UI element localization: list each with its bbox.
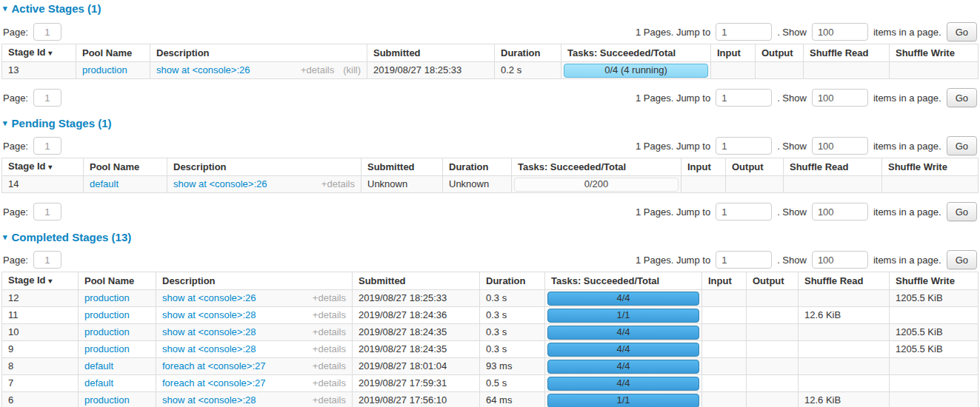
col-submitted[interactable]: Submitted <box>353 272 480 290</box>
col-pool-name[interactable]: Pool Name <box>79 272 156 290</box>
col-submitted[interactable]: Submitted <box>361 158 443 176</box>
col-stage-id[interactable]: Stage Id ▾ <box>2 44 76 62</box>
description-link[interactable]: show at <console>:28 <box>162 343 256 355</box>
description-link[interactable]: show at <console>:26 <box>173 178 267 190</box>
kill-link[interactable]: (kill) <box>343 64 361 76</box>
col-shuffle-read[interactable]: Shuffle Read <box>799 272 890 290</box>
go-button[interactable]: Go <box>947 250 977 269</box>
shuffle-write-cell <box>882 176 979 193</box>
pool-name-link[interactable]: production <box>84 394 130 406</box>
col-input[interactable]: Input <box>702 272 747 290</box>
duration-cell: 0.2 s <box>495 62 561 79</box>
details-toggle[interactable]: +details <box>321 178 355 190</box>
shuffle-write-cell: 1205.5 KiB <box>890 324 979 341</box>
shuffle-read-cell <box>804 62 890 79</box>
col-input[interactable]: Input <box>681 158 726 176</box>
items-per-page-input[interactable] <box>812 23 868 41</box>
input-cell <box>681 176 726 193</box>
col-shuffle-read[interactable]: Shuffle Read <box>784 158 882 176</box>
jump-to-page-input[interactable] <box>716 89 772 107</box>
section-header-completed-stages[interactable]: ▾ Completed Stages (13) <box>3 231 979 243</box>
go-button[interactable]: Go <box>947 22 977 41</box>
description-link[interactable]: show at <console>:28 <box>162 309 256 321</box>
items-per-page-input[interactable] <box>812 203 868 221</box>
col-description[interactable]: Description <box>156 272 353 290</box>
pool-name-link[interactable]: production <box>84 326 130 337</box>
col-pool-name[interactable]: Pool Name <box>76 44 150 62</box>
go-button[interactable]: Go <box>947 88 977 107</box>
description-link[interactable]: show at <console>:26 <box>156 64 250 76</box>
col-shuffle-write[interactable]: Shuffle Write <box>882 158 979 176</box>
stage-id-cell: 14 <box>2 176 84 193</box>
pool-name-link[interactable]: production <box>84 292 130 303</box>
details-toggle[interactable]: +details <box>313 360 346 372</box>
col-shuffle-read[interactable]: Shuffle Read <box>804 44 890 62</box>
page-number-input[interactable] <box>33 203 61 221</box>
section-header-pending-stages[interactable]: ▾ Pending Stages (1) <box>3 117 979 130</box>
pool-name-link[interactable]: production <box>82 64 127 75</box>
description-link[interactable]: foreach at <console>:27 <box>162 377 266 389</box>
duration-cell: 0.3 s <box>480 290 545 307</box>
pool-name-link[interactable]: default <box>84 360 113 371</box>
go-button[interactable]: Go <box>947 202 977 221</box>
details-toggle[interactable]: +details <box>313 394 346 406</box>
description-link[interactable]: show at <console>:28 <box>162 394 256 406</box>
jump-to-page-input[interactable] <box>716 137 772 155</box>
details-toggle[interactable]: +details <box>313 343 346 355</box>
details-toggle[interactable]: +details <box>301 64 334 76</box>
collapse-arrow-icon: ▾ <box>3 233 7 241</box>
details-toggle[interactable]: +details <box>313 326 346 338</box>
task-progress-bar: 4/4 <box>547 326 699 340</box>
details-toggle[interactable]: +details <box>313 377 346 389</box>
col-tasks[interactable]: Tasks: Succeeded/Total <box>561 44 711 62</box>
col-stage-id[interactable]: Stage Id ▾ <box>2 158 84 176</box>
collapse-arrow-icon: ▾ <box>3 119 7 127</box>
page-number-input[interactable] <box>33 89 61 107</box>
page-number-input[interactable] <box>33 23 61 41</box>
col-shuffle-write[interactable]: Shuffle Write <box>890 44 979 62</box>
description-link[interactable]: show at <console>:28 <box>162 326 256 338</box>
jump-to-page-input[interactable] <box>716 251 772 269</box>
table-row: 14 default show at <console>:26 +details… <box>2 176 979 193</box>
col-output[interactable]: Output <box>747 272 799 290</box>
page-number-input[interactable] <box>33 251 61 269</box>
details-toggle[interactable]: +details <box>313 292 346 304</box>
table-row: 12 production show at <console>:26 +deta… <box>2 290 979 307</box>
col-submitted[interactable]: Submitted <box>367 44 495 62</box>
col-output[interactable]: Output <box>756 44 804 62</box>
col-tasks[interactable]: Tasks: Succeeded/Total <box>512 158 681 176</box>
col-input[interactable]: Input <box>711 44 756 62</box>
col-output[interactable]: Output <box>726 158 784 176</box>
shuffle-write-cell <box>890 375 979 392</box>
jump-to-page-input[interactable] <box>716 203 772 221</box>
pagination-bar: Page: 1 Pages. Jump to . Show items in a… <box>3 250 977 269</box>
go-button[interactable]: Go <box>947 136 977 155</box>
pool-name-link[interactable]: production <box>84 343 130 354</box>
col-duration[interactable]: Duration <box>480 272 545 290</box>
details-toggle[interactable]: +details <box>313 309 346 321</box>
col-tasks[interactable]: Tasks: Succeeded/Total <box>545 272 702 290</box>
items-per-page-input[interactable] <box>812 89 868 107</box>
output-cell <box>726 176 784 193</box>
col-duration[interactable]: Duration <box>495 44 561 62</box>
col-shuffle-write[interactable]: Shuffle Write <box>890 272 979 290</box>
stage-id-cell: 10 <box>2 324 79 341</box>
duration-cell: 0.3 s <box>480 307 545 324</box>
pool-name-link[interactable]: production <box>84 309 130 320</box>
col-duration[interactable]: Duration <box>443 158 512 176</box>
submitted-cell: 2019/08/27 18:24:35 <box>353 341 480 358</box>
col-stage-id[interactable]: Stage Id ▾ <box>2 272 79 290</box>
pool-name-link[interactable]: default <box>84 377 113 388</box>
col-pool-name[interactable]: Pool Name <box>84 158 167 176</box>
col-description[interactable]: Description <box>167 158 361 176</box>
description-link[interactable]: foreach at <console>:27 <box>162 360 266 372</box>
items-per-page-input[interactable] <box>812 251 868 269</box>
col-description[interactable]: Description <box>150 44 367 62</box>
page-number-input[interactable] <box>33 137 61 155</box>
section-title-text: Completed Stages (13) <box>12 231 132 243</box>
description-link[interactable]: show at <console>:26 <box>162 292 256 304</box>
section-header-active-stages[interactable]: ▾ Active Stages (1) <box>3 2 979 15</box>
items-per-page-input[interactable] <box>812 137 868 155</box>
jump-to-page-input[interactable] <box>716 23 772 41</box>
pool-name-link[interactable]: default <box>90 178 119 189</box>
